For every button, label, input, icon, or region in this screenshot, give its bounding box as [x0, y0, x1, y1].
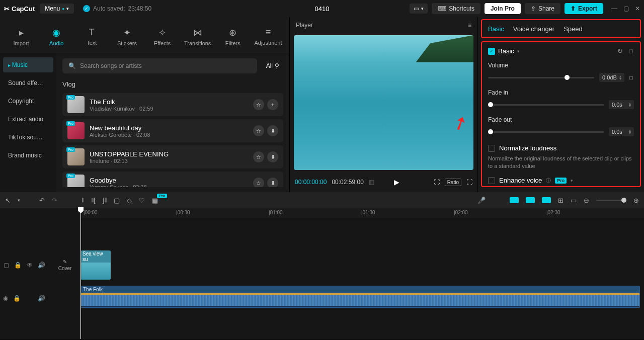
- zoom-fit-icon[interactable]: ⊕: [633, 197, 639, 204]
- filter-all-button[interactable]: All ⚲: [262, 59, 283, 72]
- aspect-dropdown[interactable]: ▭ ▾: [410, 4, 428, 14]
- search-input[interactable]: 🔍 Search songs or artists: [62, 58, 257, 73]
- fadeout-value[interactable]: 0.0s▴▾: [609, 127, 634, 136]
- stickers-icon: ✦: [123, 27, 131, 38]
- zoom-slider[interactable]: [596, 200, 626, 201]
- close-icon[interactable]: ✕: [635, 5, 640, 12]
- ratio-button[interactable]: Ratio: [445, 179, 461, 186]
- playhead[interactable]: [80, 208, 81, 339]
- delete-tool[interactable]: ▢: [114, 197, 120, 204]
- project-title[interactable]: 0410: [315, 5, 330, 13]
- favorite-button[interactable]: ☆: [253, 178, 264, 187]
- enhance-checkbox[interactable]: [488, 177, 495, 184]
- select-tool[interactable]: ↖: [5, 197, 11, 204]
- crop-icon[interactable]: ⛶: [434, 179, 440, 186]
- join-pro-button[interactable]: Join Pro: [485, 3, 521, 14]
- normalize-checkbox[interactable]: [488, 145, 495, 152]
- track-item[interactable]: UNSTOPPABLE EVENING finetune · 02:13 ☆ ⬇: [62, 145, 283, 168]
- compare-icon[interactable]: ▥: [369, 179, 374, 186]
- link-icon[interactable]: ▭: [571, 197, 577, 204]
- split-left-tool[interactable]: ⦀[: [91, 196, 96, 204]
- track-toggle-3[interactable]: [542, 197, 551, 203]
- track-thumb: [67, 148, 85, 165]
- export-button[interactable]: ⬆ Export: [565, 3, 603, 14]
- undo-button[interactable]: ↶: [39, 197, 45, 204]
- minimize-icon[interactable]: —: [611, 5, 617, 12]
- reset-icon[interactable]: ↻: [617, 47, 623, 55]
- tab-stickers[interactable]: ✦Stickers: [110, 20, 144, 53]
- tab-transitions[interactable]: ⋈Transitions: [181, 20, 215, 53]
- lock-icon[interactable]: 🔒: [14, 262, 22, 269]
- cat-tiktok-sounds[interactable]: TikTok sou…: [3, 130, 53, 145]
- download-button[interactable]: ⬇: [267, 151, 278, 162]
- tab-adjustment[interactable]: ≡Adjustment: [251, 20, 285, 53]
- tab-speed[interactable]: Speed: [564, 25, 583, 33]
- track-item[interactable]: New beautiful day Aleksei Gorobetc · 02:…: [62, 119, 283, 142]
- adjustment-icon: ≡: [266, 27, 271, 38]
- track-toggle-2[interactable]: [526, 197, 535, 203]
- select-dropdown[interactable]: ▾: [18, 198, 20, 203]
- share-button[interactable]: ⇪ Share: [525, 3, 560, 14]
- shortcuts-button[interactable]: ⌨ Shortcuts: [432, 3, 480, 14]
- zoom-out-icon[interactable]: ⊖: [584, 197, 589, 204]
- audio-track-icon[interactable]: ◉: [3, 295, 8, 302]
- favorite-button[interactable]: ☆: [253, 125, 264, 136]
- enhance-label: Enhance voice: [499, 177, 542, 184]
- keyframe-icon[interactable]: ◇: [627, 47, 636, 56]
- timeline-ruler[interactable]: |00:00 |00:30 |01:00 |01:30 |02:00 |02:3…: [80, 208, 644, 218]
- tab-voice-changer[interactable]: Voice changer: [513, 25, 554, 33]
- filter-icon: ⚲: [275, 62, 279, 69]
- fadein-slider[interactable]: [488, 104, 604, 106]
- visibility-icon[interactable]: 👁: [27, 262, 33, 269]
- auto-tool[interactable]: ▦Pro: [152, 197, 158, 204]
- keyframe-icon[interactable]: ◇: [627, 73, 635, 81]
- settings-icon[interactable]: ▢: [4, 262, 9, 269]
- tab-text[interactable]: TText: [74, 20, 109, 53]
- cover-button[interactable]: ✎ Cover: [56, 259, 73, 271]
- track-item[interactable]: Goodbye Yummy Sounds · 02:38 ☆ ⬇: [62, 172, 283, 187]
- download-button[interactable]: ⬇: [267, 125, 278, 136]
- tag-tool[interactable]: ♡: [139, 197, 145, 204]
- favorite-button[interactable]: ☆: [253, 151, 264, 162]
- menu-button[interactable]: Menu ● ▾: [40, 4, 74, 14]
- lock-icon[interactable]: 🔒: [13, 295, 21, 302]
- fadeout-slider[interactable]: [488, 131, 604, 133]
- track-item[interactable]: The Folk Vladislav Kurnikov · 02:59 ☆ +: [62, 93, 283, 116]
- mute-icon[interactable]: 🔊: [38, 295, 45, 302]
- tab-effects[interactable]: ✧Effects: [145, 20, 180, 53]
- mic-icon[interactable]: 🎤: [477, 197, 486, 204]
- tab-filters[interactable]: ⊛Filters: [216, 20, 250, 53]
- cat-copyright[interactable]: Copyright: [3, 94, 53, 109]
- marker-tool[interactable]: ◇: [127, 197, 132, 204]
- player-menu-icon[interactable]: ≡: [468, 22, 471, 29]
- track-toggle-1[interactable]: [510, 197, 519, 203]
- download-button[interactable]: ⬇: [267, 178, 278, 187]
- cat-extract-audio[interactable]: Extract audio: [3, 112, 53, 127]
- basic-checkbox[interactable]: ✓: [488, 48, 495, 55]
- cat-brand-music[interactable]: Brand music: [3, 148, 53, 163]
- app-name: CapCut: [12, 5, 35, 13]
- tab-import[interactable]: ▸Import: [4, 20, 38, 53]
- volume-slider[interactable]: [488, 77, 594, 78]
- split-tool[interactable]: ⦀: [82, 196, 84, 204]
- mute-icon[interactable]: 🔊: [38, 262, 45, 269]
- redo-button[interactable]: ↷: [52, 197, 57, 204]
- magnet-icon[interactable]: ⊞: [558, 197, 564, 204]
- cat-music[interactable]: Music: [3, 57, 53, 72]
- video-clip[interactable]: Sea view su: [80, 250, 111, 280]
- tab-basic[interactable]: Basic: [488, 25, 504, 33]
- volume-value[interactable]: 0.0dB▴▾: [599, 73, 624, 82]
- split-right-tool[interactable]: ]⦀: [103, 196, 107, 204]
- tab-audio[interactable]: ◉Audio: [39, 20, 73, 53]
- add-button[interactable]: +: [267, 99, 278, 110]
- audio-clip[interactable]: The Folk: [80, 286, 640, 308]
- play-button[interactable]: ▶: [394, 178, 399, 186]
- check-icon: ✓: [83, 5, 90, 12]
- cat-sound-effects[interactable]: Sound effe…: [3, 75, 53, 91]
- fadein-value[interactable]: 0.0s▴▾: [609, 100, 634, 109]
- video-viewport[interactable]: [294, 35, 473, 170]
- favorite-button[interactable]: ☆: [253, 99, 264, 110]
- fullscreen-icon[interactable]: ⛶: [466, 179, 472, 186]
- track-thumb: [67, 122, 85, 139]
- maximize-icon[interactable]: ▢: [623, 5, 629, 12]
